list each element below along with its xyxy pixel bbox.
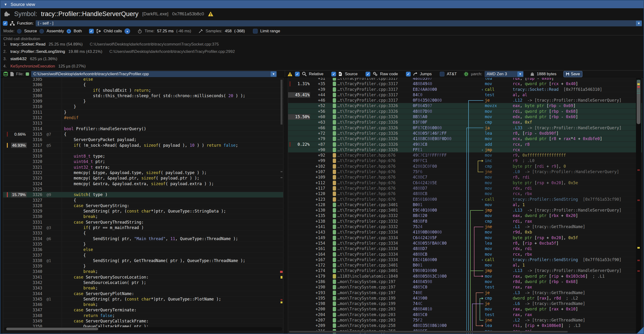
line-number[interactable]: 3345 [26, 297, 42, 302]
assembly-vscrollbar[interactable] [636, 78, 641, 333]
source-line[interactable]: 3323 memcpy( &ptr, &payload.ptr, sizeof(… [3, 175, 283, 181]
source-line[interactable]: 3349 case ServerQueryCallstackFrame: [3, 319, 283, 324]
source-line[interactable]: 3325 [3, 186, 283, 192]
line-number[interactable]: 3317 [26, 143, 42, 148]
line-number[interactable]: 3328 [26, 203, 42, 208]
uarch-combo[interactable]: AMD Zen 3 ▼ [484, 71, 524, 77]
source-line[interactable]: 3307 if( shouldExit ) return; [3, 88, 283, 93]
source-line[interactable]: 3343 break; [3, 285, 283, 291]
source-line[interactable]: 3334@6 SendString( ptr, "Main thread", 1… [3, 236, 283, 242]
source-line[interactable]: 3344 case ServerQueryPlotName: [3, 291, 283, 297]
line-number[interactable]: 3339 [26, 263, 42, 269]
jump-arrow[interactable] [472, 304, 472, 333]
line-number[interactable]: 3346 [26, 302, 42, 307]
collapse-up-button[interactable]: ▲ [124, 28, 130, 34]
line-number[interactable]: 3332 [26, 225, 42, 230]
source-line[interactable]: 3320 uint64_t ptr; [3, 159, 283, 165]
source-label[interactable]: Source [345, 72, 358, 76]
source-vscrollbar[interactable] [280, 78, 283, 327]
resize-grip[interactable] [637, 327, 644, 334]
line-number[interactable]: 3315 [26, 132, 42, 137]
source-line[interactable]: 3328 case ServerQueryString: [3, 203, 283, 208]
source-line[interactable]: 3342 SendSourceLocation( ptr ); [3, 280, 283, 285]
line-number[interactable]: 3324 [26, 181, 42, 186]
jump-arrow[interactable] [476, 293, 476, 326]
line-number[interactable]: 3305 [26, 78, 42, 82]
jump-arrow[interactable] [468, 101, 469, 333]
line-number[interactable]: 3322 [26, 170, 42, 175]
source-line[interactable]: 3336 else [3, 247, 283, 252]
source-line[interactable]: 3338@1 SendString( ptr, GetThreadName( p… [3, 258, 283, 263]
line-number[interactable]: 3314 [26, 126, 42, 132]
source-hscrollbar-thumb[interactable] [6, 328, 98, 330]
source-line[interactable]: 3346 break; [3, 302, 283, 307]
radio-source[interactable] [17, 29, 22, 33]
line-number[interactable]: 3338 [26, 258, 42, 263]
source-line[interactable]: 3341 case ServerQuerySourceLocation: [3, 275, 283, 280]
radio-assembly-label[interactable]: Assembly [46, 29, 64, 33]
jump-arrow[interactable] [474, 227, 474, 276]
line-number[interactable]: 3335 [26, 242, 42, 247]
line-number[interactable]: 3312 [26, 115, 42, 121]
line-number[interactable]: 3337 [26, 253, 42, 258]
line-number[interactable]: 3316 [26, 137, 42, 143]
child-call-name[interactable]: stat64i32 [10, 57, 27, 61]
line-number[interactable]: 3330 [26, 214, 42, 219]
source-line[interactable]: 3310 } [3, 104, 283, 109]
source-line[interactable]: 3329 SendString( ptr, (const char*)ptr, … [3, 208, 283, 214]
source-checkbox[interactable]: ✓ [331, 72, 336, 76]
jump-arrow[interactable] [470, 210, 471, 333]
source-line[interactable]: 3327 { [3, 198, 283, 203]
save-button[interactable]: Save [564, 71, 582, 77]
child-call-item[interactable]: 4.KeSynchronizeExecution125 µs (0.27%) [3, 64, 644, 70]
source-hscrollbar[interactable] [4, 327, 282, 331]
source-line[interactable]: 3316 ServerQueryPacket payload; [3, 137, 283, 143]
source-line[interactable]: 3319 uint8_t type; [3, 154, 283, 159]
source-line[interactable]: 15.79%3326@9 switch( type ) [3, 192, 283, 197]
line-number[interactable]: 3326 [26, 192, 42, 197]
function-checkbox[interactable]: ✓ [3, 21, 8, 26]
jump-arrow[interactable] [466, 128, 467, 333]
function-combo[interactable]: [ - self - ] ▼ [36, 20, 642, 26]
source-line[interactable]: 3308 std::this_thread::sleep_for( std::c… [3, 93, 283, 99]
line-number[interactable]: 3340 [26, 269, 42, 274]
assembly-pane[interactable]: +31…t\TracyProfiler.cpp:3317488D5597lear… [288, 78, 642, 334]
limit-range-checkbox[interactable] [253, 29, 258, 33]
child-call-item[interactable]: 3.stat64i32625 µs (1.36%) [3, 57, 644, 64]
source-line[interactable]: 3332@3 if( ptr == m_mainThread ) [3, 225, 283, 230]
line-number[interactable]: 3311 [26, 110, 42, 115]
source-line[interactable]: 3314bool Profiler::HandleServerQuery() [3, 126, 283, 132]
jump-arrow[interactable] [478, 161, 478, 172]
line-number[interactable]: 3319 [26, 154, 42, 159]
chevron-down-icon[interactable]: ▼ [636, 21, 642, 26]
line-number[interactable]: 3308 [26, 93, 42, 99]
child-call-item[interactable]: 1.tracy::Socket::Read25.25 ms (54.89%)C:… [3, 42, 644, 49]
line-number[interactable]: 3309 [26, 99, 42, 104]
radio-assembly[interactable] [40, 29, 44, 33]
raw-code-checkbox[interactable]: ✓ [366, 72, 370, 76]
line-number[interactable]: 3325 [26, 186, 42, 192]
source-line[interactable]: 0.66%3315@7{ [3, 132, 283, 137]
line-number[interactable]: 3307 [26, 88, 42, 93]
source-line[interactable]: 3306 { [3, 82, 283, 88]
source-line[interactable]: 3309 } [3, 99, 283, 104]
raw-code-label[interactable]: Raw code [380, 72, 398, 76]
line-number[interactable]: 3329 [26, 208, 42, 214]
title-bar[interactable]: ▼ Source view [0, 0, 644, 8]
source-line[interactable]: 3345@1 SendString( ptr, (const char*)ptr… [3, 297, 283, 302]
line-number[interactable]: 3336 [26, 247, 42, 252]
relative-label[interactable]: Relative [309, 72, 323, 76]
source-pane[interactable]: 3305 else3306 {3307 if( shouldExit ) ret… [3, 78, 284, 334]
child-call-item[interactable]: 2.tracy::Profiler::SendLongString19.88 m… [3, 49, 644, 57]
line-number[interactable]: 3323 [26, 175, 42, 181]
source-line[interactable]: 3348 return false; [3, 313, 283, 319]
line-number[interactable]: 3341 [26, 275, 42, 280]
file-combo[interactable]: C:\Users\wolf\Desktop\darkrl\contrib\tra… [31, 71, 277, 77]
jumps-checkbox[interactable]: ✓ [406, 72, 411, 76]
att-checkbox[interactable] [440, 72, 444, 76]
line-number[interactable]: 3321 [26, 165, 42, 170]
line-number[interactable]: 3349 [26, 319, 42, 324]
child-calls-label[interactable]: Child calls [104, 29, 122, 33]
line-number[interactable]: 3320 [26, 159, 42, 165]
line-number[interactable]: 3306 [26, 82, 42, 88]
